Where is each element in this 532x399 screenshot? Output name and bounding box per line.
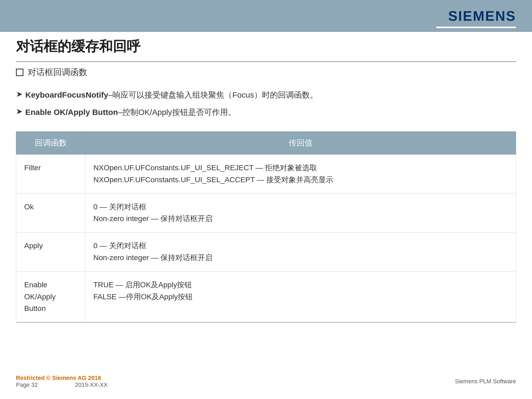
bullet-rest-2: –控制OK/Apply按钮是否可作用。 bbox=[118, 108, 236, 117]
checkbox-section: 对话框回调函数 bbox=[16, 66, 516, 78]
table-row: Filter NXOpen.UF.UFConstants.UF_UI_SEL_R… bbox=[16, 155, 516, 194]
cell-callback-enable: Enable OK/ApplyButton bbox=[16, 271, 85, 322]
cell-callback-apply: Apply bbox=[16, 232, 85, 272]
checkbox-icon bbox=[16, 69, 23, 76]
cell-return-apply: 0 — 关闭对话框 Non-zero integer — 保持对话框开启 bbox=[85, 232, 516, 272]
bullet-rest-1: –响应可以接受键盘输入组块聚焦（Focus）时的回调函数。 bbox=[108, 90, 318, 99]
cell-callback-ok: Ok bbox=[16, 193, 85, 232]
cell-return-ok: 0 — 关闭对话框 Non-zero integer — 保持对话框开启 bbox=[85, 193, 516, 232]
footer-plm: Siemens PLM Software bbox=[455, 378, 516, 385]
page-title: 对话框的缓存和回呼 bbox=[16, 37, 516, 56]
footer-bottom-row: Page 32 2015-XX-XX bbox=[16, 381, 107, 388]
bullet-arrow-1: ➤ bbox=[16, 89, 23, 99]
footer-page: Page 32 bbox=[16, 381, 38, 388]
cell-return-enable: TRUE — 启用OK及Apply按钮 FALSE —停用OK及Apply按钮 bbox=[85, 271, 516, 322]
table-row: Ok 0 — 关闭对话框 Non-zero integer — 保持对话框开启 bbox=[16, 193, 516, 232]
checkbox-label: 对话框回调函数 bbox=[28, 66, 87, 78]
header-accent-line bbox=[436, 27, 516, 28]
bullet-item-2: ➤ Enable OK/Apply Button–控制OK/Apply按钮是否可… bbox=[16, 106, 516, 118]
table-row: Enable OK/ApplyButton TRUE — 启用OK及Apply按… bbox=[16, 271, 516, 322]
footer-restricted: Restricted © Siemens AG 2016 bbox=[16, 375, 107, 381]
table-header-row: 回调函数 传回值 bbox=[16, 132, 516, 155]
col-header-return: 传回值 bbox=[85, 132, 516, 155]
footer: Restricted © Siemens AG 2016 Page 32 201… bbox=[16, 375, 516, 388]
bullet-text-1: KeyboardFocusNotify–响应可以接受键盘输入组块聚焦（Focus… bbox=[25, 89, 318, 101]
col-header-callback: 回调函数 bbox=[16, 132, 85, 155]
footer-left: Restricted © Siemens AG 2016 Page 32 201… bbox=[16, 375, 107, 388]
bullet-strong-2: Enable OK/Apply Button bbox=[25, 108, 118, 117]
bullet-list: ➤ KeyboardFocusNotify–响应可以接受键盘输入组块聚焦（Foc… bbox=[16, 89, 516, 118]
bullet-text-2: Enable OK/Apply Button–控制OK/Apply按钮是否可作用… bbox=[25, 106, 236, 118]
bullet-arrow-2: ➤ bbox=[16, 107, 23, 116]
bullet-item-1: ➤ KeyboardFocusNotify–响应可以接受键盘输入组块聚焦（Foc… bbox=[16, 89, 516, 101]
cell-return-filter: NXOpen.UF.UFConstants.UF_UI_SEL_REJECT —… bbox=[85, 155, 516, 194]
footer-date: 2015-XX-XX bbox=[75, 381, 107, 388]
content-area: 对话框回调函数 ➤ KeyboardFocusNotify–响应可以接受键盘输入… bbox=[16, 66, 516, 323]
cell-callback-filter: Filter bbox=[16, 155, 85, 194]
bullet-strong-1: KeyboardFocusNotify bbox=[25, 90, 108, 99]
table-row: Apply 0 — 关闭对话框 Non-zero integer — 保持对话框… bbox=[16, 232, 516, 272]
siemens-logo: SIEMENS bbox=[448, 8, 516, 24]
title-section: 对话框的缓存和回呼 bbox=[16, 37, 516, 62]
callback-table: 回调函数 传回值 Filter NXOpen.UF.UFConstants.UF… bbox=[16, 131, 516, 323]
